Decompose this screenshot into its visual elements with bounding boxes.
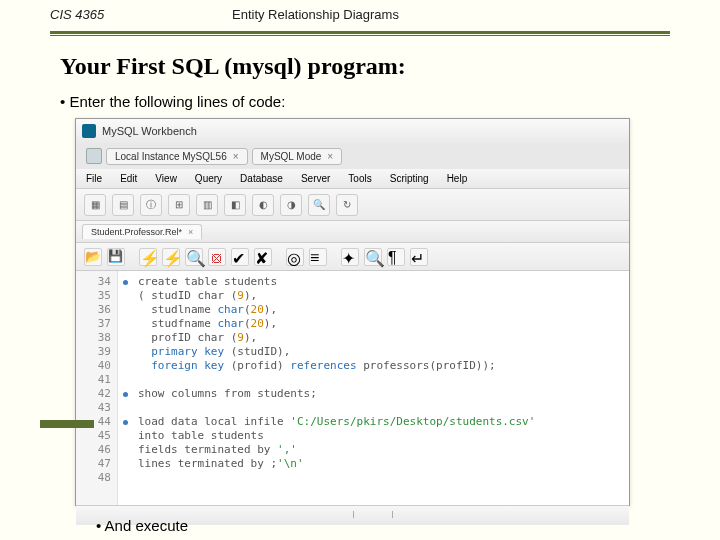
tab-connection-2[interactable]: MySQL Mode× [252, 148, 343, 165]
new-sql-tab-icon[interactable]: ▦ [84, 194, 106, 216]
menu-tools[interactable]: Tools [348, 173, 371, 184]
new-table-icon[interactable]: ▥ [196, 194, 218, 216]
code-area[interactable]: create table students( studID char (9), … [132, 271, 629, 505]
toggle-whitespace-icon[interactable]: ¶ [387, 248, 405, 266]
sql-document-tab[interactable]: Student.Professor.Rel*× [82, 224, 202, 239]
menu-query[interactable]: Query [195, 173, 222, 184]
menu-help[interactable]: Help [447, 173, 468, 184]
open-file-icon[interactable]: 📂 [84, 248, 102, 266]
wrap-icon[interactable]: ↵ [410, 248, 428, 266]
open-sql-script-icon[interactable]: ▤ [112, 194, 134, 216]
bullet-execute: • And execute [96, 517, 188, 534]
new-schema-icon[interactable]: ⊞ [168, 194, 190, 216]
find-icon[interactable]: 🔍 [364, 248, 382, 266]
line-number-gutter: 343536373839404142434445464748 [76, 271, 118, 505]
course-code: CIS 4365 [50, 7, 104, 22]
reconnect-icon[interactable]: ↻ [336, 194, 358, 216]
menu-file[interactable]: File [86, 173, 102, 184]
sql-editor[interactable]: 343536373839404142434445464748 create ta… [76, 271, 629, 505]
mysql-workbench-window: MySQL Workbench Local Instance MySQL56× … [75, 118, 630, 506]
menu-database[interactable]: Database [240, 173, 283, 184]
window-title: MySQL Workbench [102, 125, 197, 137]
menu-scripting[interactable]: Scripting [390, 173, 429, 184]
menu-edit[interactable]: Edit [120, 173, 137, 184]
home-icon[interactable] [86, 148, 102, 164]
app-logo-icon [82, 124, 96, 138]
rollback-icon[interactable]: ✘ [254, 248, 272, 266]
resize-handle-icon[interactable] [353, 511, 393, 518]
editor-toolbar: 📂 💾 ⚡ ⚡ 🔍 ⦻ ✔ ✘ ◎ ≡ ✦ 🔍 ¶ ↵ [76, 243, 629, 271]
new-procedure-icon[interactable]: ◐ [252, 194, 274, 216]
tab-label: MySQL Mode [261, 151, 322, 162]
new-function-icon[interactable]: ◑ [280, 194, 302, 216]
document-tabs: Student.Professor.Rel*× [76, 221, 629, 243]
explain-icon[interactable]: 🔍 [185, 248, 203, 266]
tab-connection-1[interactable]: Local Instance MySQL56× [106, 148, 248, 165]
toggle-autocommit-icon[interactable]: ◎ [286, 248, 304, 266]
limit-rows-icon[interactable]: ≡ [309, 248, 327, 266]
divider-thin [50, 35, 670, 36]
stop-icon[interactable]: ⦻ [208, 248, 226, 266]
doc-tab-label: Student.Professor.Rel* [91, 227, 182, 237]
close-icon[interactable]: × [327, 151, 333, 162]
search-icon[interactable]: 🔍 [308, 194, 330, 216]
window-titlebar[interactable]: MySQL Workbench [76, 119, 629, 143]
menu-view[interactable]: View [155, 173, 177, 184]
save-file-icon[interactable]: 💾 [107, 248, 125, 266]
close-icon[interactable]: × [233, 151, 239, 162]
slide-title: Your First SQL (mysql) program: [60, 53, 406, 80]
slide-accent-bar [40, 420, 94, 428]
bullet-enter-code: • Enter the following lines of code: [60, 93, 285, 110]
beautify-icon[interactable]: ✦ [341, 248, 359, 266]
page-title: Entity Relationship Diagrams [232, 7, 399, 22]
menu-server[interactable]: Server [301, 173, 330, 184]
close-icon[interactable]: × [188, 227, 193, 237]
divider-thick [50, 31, 670, 34]
commit-icon[interactable]: ✔ [231, 248, 249, 266]
execute-current-icon[interactable]: ⚡ [162, 248, 180, 266]
main-toolbar: ▦ ▤ ⓘ ⊞ ▥ ◧ ◐ ◑ 🔍 ↻ [76, 189, 629, 221]
execute-icon[interactable]: ⚡ [139, 248, 157, 266]
new-view-icon[interactable]: ◧ [224, 194, 246, 216]
inspector-icon[interactable]: ⓘ [140, 194, 162, 216]
menu-bar: File Edit View Query Database Server Too… [76, 169, 629, 189]
tab-label: Local Instance MySQL56 [115, 151, 227, 162]
marker-gutter [118, 271, 132, 505]
connection-tabs: Local Instance MySQL56× MySQL Mode× [76, 143, 629, 169]
